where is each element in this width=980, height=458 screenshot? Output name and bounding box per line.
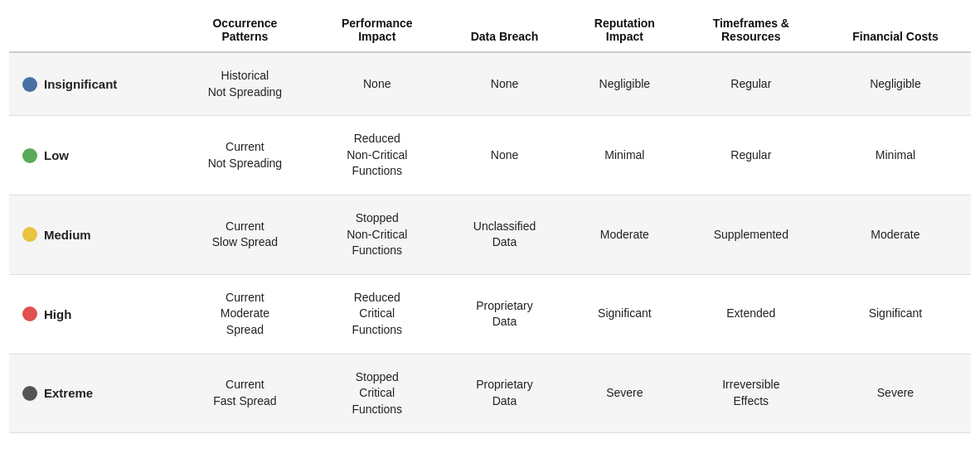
- occurrence-cell: CurrentFast Spread: [177, 354, 312, 433]
- reputation-cell: Negligible: [567, 52, 682, 116]
- occurrence-cell: HistoricalNot Spreading: [177, 52, 312, 116]
- table-row: HighCurrentModerateSpreadReducedCritical…: [9, 274, 971, 354]
- performance-cell: None: [312, 52, 442, 116]
- risk-matrix-table: OccurrencePatterns PerformanceImpact Dat…: [9, 8, 971, 433]
- financial-cell: Significant: [820, 274, 971, 354]
- dot-medium: [22, 227, 37, 242]
- financial-cell: Moderate: [820, 195, 971, 274]
- table-row: LowCurrentNot SpreadingReducedNon-Critic…: [9, 116, 971, 195]
- timeframes-cell: IrreversibleEffects: [682, 354, 820, 433]
- header-financial: Financial Costs: [820, 8, 971, 52]
- occurrence-cell: CurrentSlow Spread: [177, 195, 312, 274]
- header-data-breach: Data Breach: [442, 8, 567, 52]
- level-cell: Medium: [9, 195, 177, 274]
- level-cell: Insignificant: [9, 52, 177, 116]
- dot-high: [22, 306, 37, 321]
- data-breach-cell: None: [442, 116, 567, 195]
- dot-insignificant: [22, 77, 37, 92]
- level-label-text: Medium: [44, 226, 91, 243]
- data-breach-cell: UnclassifiedData: [442, 195, 567, 274]
- performance-cell: ReducedNon-CriticalFunctions: [312, 116, 442, 195]
- reputation-cell: Minimal: [567, 116, 682, 195]
- performance-cell: ReducedCriticalFunctions: [312, 274, 442, 354]
- reputation-cell: Significant: [567, 274, 682, 354]
- data-breach-cell: ProprietaryData: [442, 354, 567, 433]
- level-label-text: Extreme: [44, 384, 93, 402]
- header-occurrence: OccurrencePatterns: [177, 8, 312, 52]
- timeframes-cell: Regular: [682, 52, 820, 116]
- level-label-text: Insignificant: [44, 75, 117, 93]
- header-level: [9, 8, 177, 52]
- table-row: ExtremeCurrentFast SpreadStoppedCritical…: [9, 354, 971, 433]
- header-timeframes: Timeframes &Resources: [682, 8, 820, 52]
- performance-cell: StoppedCriticalFunctions: [312, 354, 442, 433]
- reputation-cell: Severe: [567, 354, 682, 433]
- data-breach-cell: None: [442, 52, 567, 116]
- financial-cell: Severe: [820, 354, 971, 433]
- level-label-text: High: [44, 306, 71, 323]
- level-cell: Extreme: [9, 354, 177, 433]
- timeframes-cell: Extended: [682, 274, 820, 354]
- level-cell: High: [9, 274, 177, 354]
- data-breach-cell: ProprietaryData: [442, 274, 567, 354]
- header-performance: PerformanceImpact: [312, 8, 442, 52]
- level-label-text: Low: [44, 147, 69, 164]
- risk-table-wrapper: OccurrencePatterns PerformanceImpact Dat…: [9, 8, 971, 433]
- dot-low: [22, 148, 37, 163]
- occurrence-cell: CurrentNot Spreading: [177, 116, 312, 195]
- occurrence-cell: CurrentModerateSpread: [177, 274, 312, 354]
- table-row: InsignificantHistoricalNot SpreadingNone…: [9, 52, 971, 116]
- level-cell: Low: [9, 116, 177, 195]
- dot-extreme: [22, 386, 37, 401]
- header-reputation: ReputationImpact: [567, 8, 682, 52]
- performance-cell: StoppedNon-CriticalFunctions: [312, 195, 442, 274]
- reputation-cell: Moderate: [567, 195, 682, 274]
- table-row: MediumCurrentSlow SpreadStoppedNon-Criti…: [9, 195, 971, 274]
- timeframes-cell: Regular: [682, 116, 820, 195]
- financial-cell: Minimal: [820, 116, 971, 195]
- financial-cell: Negligible: [820, 52, 971, 116]
- timeframes-cell: Supplemented: [682, 195, 820, 274]
